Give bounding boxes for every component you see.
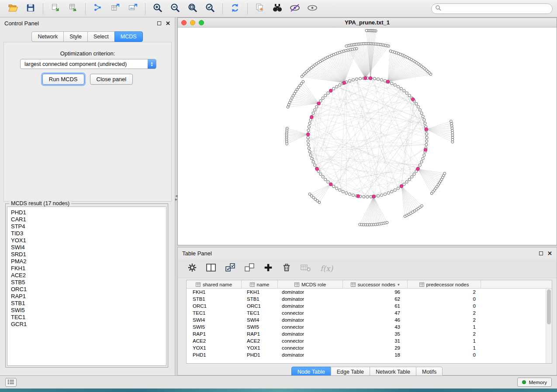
unselect-all-button[interactable] xyxy=(244,263,255,274)
refresh-button[interactable] xyxy=(226,2,244,16)
network-node[interactable] xyxy=(405,181,408,183)
table-cell[interactable]: dominator xyxy=(278,330,343,337)
network-node[interactable] xyxy=(377,195,379,197)
network-node[interactable] xyxy=(348,193,351,196)
mcds-result-item[interactable]: SRD1 xyxy=(11,251,163,258)
table-scrollbar[interactable] xyxy=(546,289,552,363)
network-node[interactable] xyxy=(324,94,327,97)
task-history-button[interactable] xyxy=(5,378,17,387)
table-cell[interactable]: 2 xyxy=(408,330,481,337)
network-node[interactable] xyxy=(313,109,316,111)
network-edge[interactable] xyxy=(356,44,366,78)
network-edge[interactable] xyxy=(401,186,413,212)
mcds-result-item[interactable]: FKH1 xyxy=(11,265,163,272)
network-node[interactable] xyxy=(411,175,413,178)
network-edge[interactable] xyxy=(374,196,387,223)
table-cell[interactable]: dominator xyxy=(278,316,343,323)
network-node[interactable] xyxy=(332,87,335,90)
select-all-button[interactable] xyxy=(225,263,235,274)
network-node[interactable] xyxy=(324,178,327,181)
zoom-in-button[interactable] xyxy=(149,2,166,16)
mcds-result-item[interactable]: PMA2 xyxy=(11,258,163,265)
network-node[interactable] xyxy=(352,194,354,196)
network-node-dominator[interactable] xyxy=(343,81,346,85)
network-edge[interactable] xyxy=(337,80,382,188)
show-details-button[interactable] xyxy=(304,2,321,16)
network-node[interactable] xyxy=(424,122,426,124)
table-row[interactable]: STB1STB1dominator620 xyxy=(187,296,552,303)
close-table-panel-icon[interactable]: ✕ xyxy=(547,251,552,256)
table-cell[interactable]: 2 xyxy=(408,316,481,323)
network-node-dominator[interactable] xyxy=(310,116,313,119)
network-edge[interactable] xyxy=(312,110,420,117)
network-node[interactable] xyxy=(308,147,310,149)
network-node[interactable] xyxy=(307,136,309,139)
mcds-result-item[interactable]: GCR1 xyxy=(11,321,163,328)
network-node[interactable] xyxy=(301,75,303,78)
network-node[interactable] xyxy=(318,201,321,204)
network-edge[interactable] xyxy=(401,186,418,208)
table-row[interactable]: YOX1YOX1connector291 xyxy=(187,344,552,351)
open-file-button[interactable] xyxy=(4,2,22,16)
network-node[interactable] xyxy=(397,187,399,189)
window-minimize-button[interactable] xyxy=(190,20,195,25)
network-node[interactable] xyxy=(336,86,338,88)
mcds-result-item[interactable]: PHD1 xyxy=(11,209,163,216)
network-node[interactable] xyxy=(322,97,324,100)
table-cell[interactable]: connector xyxy=(278,323,343,330)
network-node-dominator[interactable] xyxy=(317,102,321,105)
table-cell[interactable]: PHD1 xyxy=(242,351,278,358)
mcds-result-item[interactable]: STB1 xyxy=(11,300,163,307)
table-cell[interactable]: RAP1 xyxy=(242,330,278,337)
network-edge[interactable] xyxy=(307,72,344,83)
network-node[interactable] xyxy=(394,189,396,191)
table-cell[interactable]: STB1 xyxy=(242,296,278,303)
network-edge[interactable] xyxy=(426,129,453,142)
column-header-name[interactable]: name xyxy=(242,280,278,289)
table-cell[interactable]: connector xyxy=(278,344,343,351)
network-node[interactable] xyxy=(345,45,348,48)
network-node-dominator[interactable] xyxy=(416,167,420,171)
table-cell[interactable]: 2 xyxy=(408,289,481,296)
window-zoom-button[interactable] xyxy=(199,20,204,25)
column-header-successor-nodes[interactable]: successor nodes ▾ xyxy=(343,280,408,289)
network-edge[interactable] xyxy=(309,127,321,174)
network-node[interactable] xyxy=(355,78,358,80)
network-node[interactable] xyxy=(387,192,390,194)
table-cell[interactable]: 1 xyxy=(408,344,481,351)
network-edge[interactable] xyxy=(315,82,346,165)
table-cell[interactable]: 31 xyxy=(343,337,408,344)
table-cell[interactable]: FKH1 xyxy=(242,289,278,296)
network-node[interactable] xyxy=(443,172,446,175)
network-node[interactable] xyxy=(365,29,368,32)
network-node[interactable] xyxy=(403,89,405,92)
criterion-dropdown[interactable]: largest connected component (undirected)… xyxy=(20,59,156,69)
network-node[interactable] xyxy=(312,112,315,114)
column-header-mcds-role[interactable]: MCDS role xyxy=(278,280,343,289)
network-node[interactable] xyxy=(426,140,428,142)
table-cell[interactable]: FKH1 xyxy=(187,289,242,296)
table-cell[interactable] xyxy=(481,337,552,344)
network-node[interactable] xyxy=(405,92,408,94)
network-node[interactable] xyxy=(366,196,369,198)
network-node-dominator[interactable] xyxy=(306,133,310,136)
close-panel-button[interactable]: Close panel xyxy=(90,74,133,85)
network-node[interactable] xyxy=(345,192,348,194)
network-edge[interactable] xyxy=(287,128,308,134)
network-edge[interactable] xyxy=(311,155,328,182)
mcds-result-item[interactable]: YOX1 xyxy=(11,237,163,244)
table-cell[interactable]: TEC1 xyxy=(242,309,278,316)
table-cell[interactable]: 61 xyxy=(343,303,408,309)
network-edge[interactable] xyxy=(404,91,426,131)
network-edge[interactable] xyxy=(318,89,401,171)
network-node[interactable] xyxy=(363,196,365,198)
network-node-dominator[interactable] xyxy=(424,148,427,151)
network-edge[interactable] xyxy=(312,158,420,165)
network-node[interactable] xyxy=(342,190,344,193)
network-node[interactable] xyxy=(380,79,383,81)
network-node[interactable] xyxy=(308,122,311,124)
network-edge[interactable] xyxy=(344,50,348,83)
network-edge[interactable] xyxy=(331,91,420,165)
table-row[interactable]: ACE2ACE2connector311 xyxy=(187,337,552,344)
mcds-result-item[interactable]: ORC1 xyxy=(11,286,163,293)
